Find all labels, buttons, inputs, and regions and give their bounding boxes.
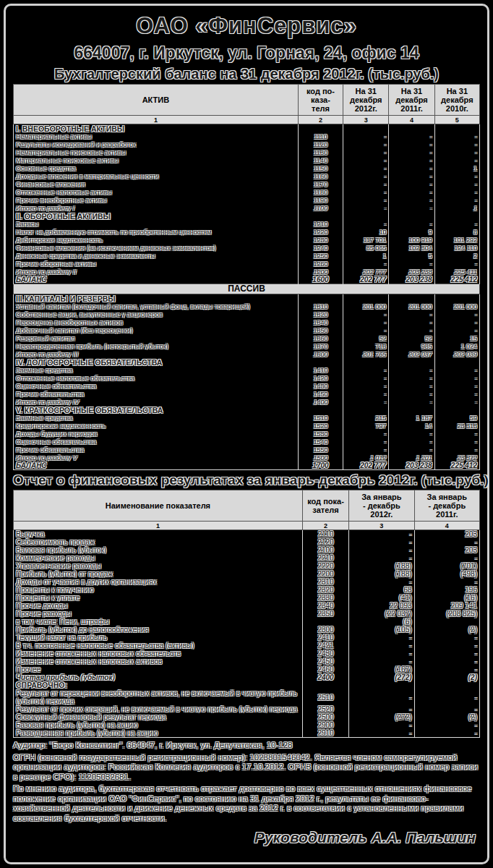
value-2012-cell: - [349,578,414,586]
value-2012-cell: - [343,148,389,156]
indicator-name-cell: Прочие внеоборотные активы [14,196,299,204]
value-2012-cell: 68 [349,586,414,594]
value-2011-cell: - [414,658,479,665]
code-cell: 1410 [298,366,343,374]
table-row: БАЛАНС 1700 202 777 203 238 225 412 [14,461,480,470]
code-cell: 2110 [302,530,348,539]
table-row: Добавочный капитал (без переоценки) 1350… [14,326,480,334]
table-row: Коммерческие расходы 2210 - - [14,554,480,562]
code-cell [298,358,343,366]
column-number: 4 [414,522,479,530]
column-header-indicator: Наименование показателя [14,490,303,522]
value-2010-cell: - [434,318,479,326]
table-row: Оценочные обязательства 1430 - - - [14,382,480,390]
code-cell [302,618,348,626]
value-2011-cell: - [389,172,434,180]
code-cell: 2340 [302,602,348,610]
code-cell: 1240 [298,244,343,252]
value-2010-cell: - [434,172,479,180]
table-row: Прочие внеоборотные активы 1190 - - - [14,196,480,204]
indicator-name-cell: Итого по разделу II [14,268,299,276]
value-2012-cell: 713 [343,342,389,350]
code-cell: 2400 [302,673,348,681]
value-2012-cell: - [343,374,389,382]
code-cell: 2900 [302,721,348,729]
value-2012-cell: - [343,446,389,454]
value-2011-cell [414,618,479,626]
indicator-name-cell: Основные средства [14,164,299,172]
column-header-code: код по- каза- теля [298,85,343,116]
value-2012-cell: - [343,156,389,164]
value-2012-cell: - [343,188,389,196]
value-2012-cell: - [343,310,389,318]
value-2012-cell: - [343,398,389,406]
value-2011-cell: - [389,140,434,148]
code-cell: 2450 [302,658,348,665]
table-row: Запасы 1210 - - - [14,220,480,228]
code-cell: 2510 [302,689,348,705]
table-row: III.КАПИТАЛЫ И РЕЗЕРВЫ [14,294,480,303]
value-2011-cell: - [414,705,479,713]
table-row: Управленческие расходы 2220 (188) (701) [14,562,480,570]
table-row: Нематериальные активы 1110 - - - [14,132,480,140]
value-2011-cell: 100 919 [389,236,434,244]
value-2010-cell: - [434,180,479,188]
value-2010-cell: 101 292 [434,236,479,244]
value-2011-cell: (2) [414,626,479,634]
indicator-name-cell: Кредиторская задолженность [14,422,299,430]
value-2010-cell: 124 110 [434,244,479,252]
indicator-name-cell: Результаты исследований и разработок [14,140,299,148]
value-2011-cell: - [389,390,434,398]
column-header-2010: На 31 декабря 2010г. [434,85,479,116]
value-2010-cell [434,212,479,220]
indicator-name-cell: III.КАПИТАЛЫ И РЕЗЕРВЫ [14,294,299,303]
balance-sheet-title: Бухгалтерский баланс на 31 декабря 2012г… [13,66,480,82]
value-2012-cell: - [343,366,389,374]
table-row: в том числе: Пени, штрафы (6) [14,618,480,626]
value-2011-cell: - [389,260,434,268]
ogrn-text: ОГРН (основной государственный регистрац… [13,753,480,783]
table-row: Доходы будущих периодов 1530 - - - [14,430,480,438]
indicator-name-cell: Прочие обязательства [14,390,299,398]
value-2012-cell [343,406,389,414]
code-cell [298,124,343,133]
table-row: Текущий налог на прибыль 2410 - - [14,634,480,642]
value-2012-cell: - [349,530,414,539]
code-cell: 1210 [298,220,343,228]
value-2011-cell: 102 304 [389,244,434,252]
indicator-name-cell: Оценочные обязательства [14,382,299,390]
indicator-name-cell: Нераспределенная прибыль (непокрытый убы… [14,342,299,350]
value-2010-cell: 1 024 [434,342,479,350]
indicator-name-cell: Базовая прибыль (убыток) на акцию [14,721,303,729]
value-2010-cell: - [434,310,479,318]
code-cell [298,294,343,303]
table-row: I. ВНЕОБОРОТНЫЕ АКТИВЫ [14,124,480,133]
value-2012-cell: 85 065 [343,244,389,252]
code-cell: 1520 [298,422,343,430]
table-row: Заемные средства 1410 - - - [14,366,480,374]
value-2012-cell: - [343,204,389,212]
table-row: Прибыль (убыток) до налогообложения 2300… [14,626,480,634]
code-cell: 2500 [302,713,348,721]
code-cell: 2220 [302,562,348,570]
value-2012-cell: - [343,318,389,326]
code-cell: 1700 [298,461,343,470]
indicator-name-cell: Нематериальные активы [14,132,299,140]
value-2011-cell: - [389,318,434,326]
footer-notes: Аудитор: "Бюро Консалтинг". 664047, г. И… [13,741,480,823]
value-2011-cell: - [389,148,434,156]
value-2011-cell: 203 238 [389,276,434,284]
value-2010-cell: - [434,220,479,228]
table-row: Доходы от участия в других организациях … [14,578,480,586]
table-row: Кредиторская задолженность 1520 797 14 2… [14,422,480,430]
value-2012-cell: - [349,634,414,642]
indicator-name-cell: Налог на добавленную стоимость по приобр… [14,228,299,236]
table-row: Результаты исследований и разработок 112… [14,140,480,148]
value-2011-cell [389,212,434,220]
table-row: Прочие расходы 2350 (22 037) (208 825) [14,610,480,618]
value-2012-cell: 22 093 [349,602,414,610]
table-row: V. КРАТКОСРОЧНЫЕ ОБЯЗАТЕЛЬСТВА [14,406,480,414]
value-2010-cell: - [434,156,479,164]
value-2012-cell: - [349,705,414,713]
value-2012-cell: (188) [349,570,414,578]
